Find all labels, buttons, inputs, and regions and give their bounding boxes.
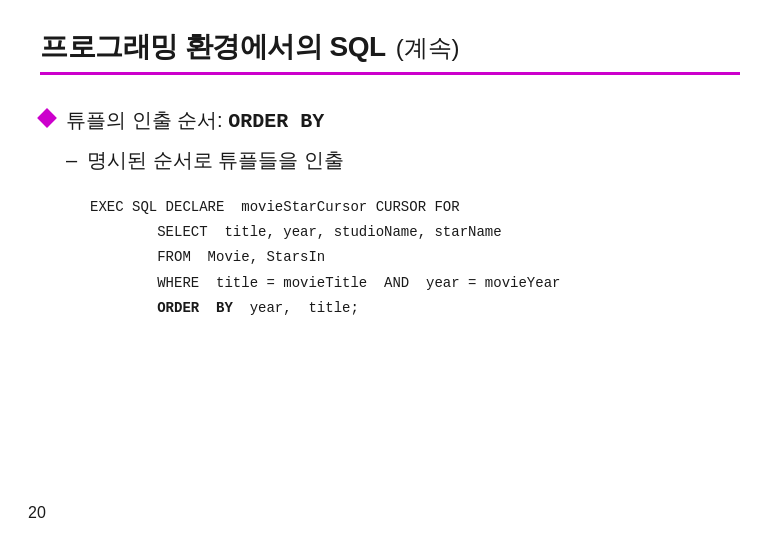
bullet-text-before: 튜플의 인출 순서: <box>66 109 228 131</box>
title-line: 프로그래밍 환경에서의 SQL (계속) <box>40 28 740 66</box>
slide: 프로그래밍 환경에서의 SQL (계속) 튜플의 인출 순서: ORDER BY… <box>0 0 780 540</box>
bullet-keyword: ORDER BY <box>228 110 324 133</box>
sub-bullet: – 명시된 순서로 튜플들을 인출 <box>66 145 740 175</box>
code-line-4: WHERE title = movieTitle AND year = movi… <box>90 271 740 296</box>
code-line-2: SELECT title, year, studioName, starName <box>90 220 740 245</box>
code-line-5: ORDER BY year, title; <box>90 296 740 321</box>
code-line-1: EXEC SQL DECLARE movieStarCursor CURSOR … <box>90 195 740 220</box>
sub-bullet-text: 명시된 순서로 튜플들을 인출 <box>87 145 344 175</box>
slide-content: 튜플의 인출 순서: ORDER BY – 명시된 순서로 튜플들을 인출 EX… <box>0 75 780 321</box>
code-line-3: FROM Movie, StarsIn <box>90 245 740 270</box>
code-order-value: year, title; <box>233 300 359 316</box>
code-order-keyword: ORDER BY <box>90 300 233 316</box>
sub-dash: – <box>66 145 77 175</box>
slide-header: 프로그래밍 환경에서의 SQL (계속) <box>0 0 780 75</box>
page-number: 20 <box>28 504 46 522</box>
main-bullet: 튜플의 인출 순서: ORDER BY <box>40 105 740 137</box>
bullet-diamond-icon <box>37 108 57 128</box>
slide-title-suffix: (계속) <box>396 32 460 64</box>
slide-title-korean: 프로그래밍 환경에서의 SQL <box>40 28 386 66</box>
code-block: EXEC SQL DECLARE movieStarCursor CURSOR … <box>90 195 740 321</box>
main-bullet-text: 튜플의 인출 순서: ORDER BY <box>66 105 324 137</box>
